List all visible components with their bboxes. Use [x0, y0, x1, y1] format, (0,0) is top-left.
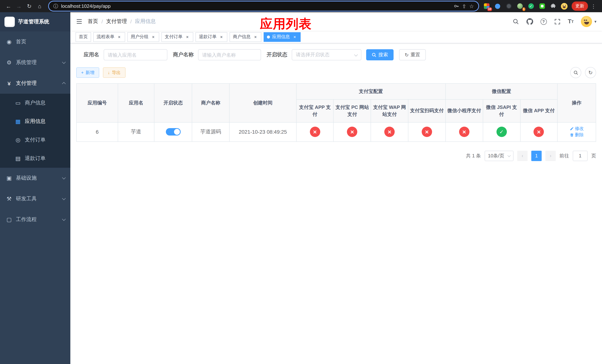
export-button[interactable]: ↓ 导出: [103, 67, 126, 78]
infrastructure-icon: ▣: [6, 175, 12, 182]
fullscreen-icon[interactable]: [554, 18, 560, 25]
sidebar-item-pay-orders[interactable]: ◎ 支付订单: [0, 131, 70, 149]
next-page-button[interactable]: ›: [545, 150, 556, 161]
col-group-wechat: 微信配置: [446, 84, 558, 99]
edit-link[interactable]: 修改: [570, 126, 584, 132]
extension-check-icon[interactable]: [527, 2, 535, 10]
status-select[interactable]: 请选择开启状态: [292, 49, 361, 60]
share-icon[interactable]: ⇧: [462, 3, 466, 9]
sidebar-item-label: 应用信息: [25, 118, 45, 125]
pagination: 共 1 条 10条/页 ‹ 1 › 前往 页: [76, 150, 596, 161]
app-name-filter: 应用名: [84, 49, 167, 60]
extension-avatar-icon[interactable]: 1: [516, 2, 524, 10]
toggle-search-button[interactable]: [570, 67, 581, 78]
tab-pay-orders[interactable]: 支付订单×: [161, 32, 193, 42]
tab-refund-orders[interactable]: 退款订单×: [195, 32, 227, 42]
help-icon[interactable]: ?: [540, 18, 547, 25]
sidebar-item-infrastructure[interactable]: ▣ 基础设施: [0, 168, 70, 189]
delete-link[interactable]: 删除: [570, 132, 584, 138]
browser-forward-icon[interactable]: →: [14, 1, 24, 11]
delete-link-label: 删除: [575, 132, 584, 138]
bookmark-star-icon[interactable]: ☆: [469, 3, 474, 9]
breadcrumb-home[interactable]: 首页: [88, 18, 98, 25]
browser-home-icon[interactable]: ⌂: [35, 1, 44, 11]
app-table: 应用编号 应用名 开启状态 商户名称 创建时间 支付宝配置 微信配置 操作 支付…: [76, 83, 596, 142]
extension-square-icon[interactable]: [538, 2, 546, 10]
user-avatar-menu[interactable]: ▾: [581, 16, 596, 27]
status-circle-icon: [310, 127, 320, 137]
status-circle-icon: [422, 127, 432, 137]
cell-alipay-pc: [333, 122, 371, 141]
sidebar-item-home[interactable]: ◉ 首页: [0, 32, 70, 52]
col-merchant-name: 商户名称: [192, 84, 229, 122]
app-name-input[interactable]: [104, 49, 167, 60]
close-icon[interactable]: ×: [117, 34, 122, 39]
tab-home[interactable]: 首页×: [75, 32, 91, 42]
tab-user-group[interactable]: 用户分组×: [127, 32, 159, 42]
breadcrumb: 首页 / 支付管理 / 应用信息: [88, 18, 156, 25]
download-icon: ↓: [108, 70, 110, 75]
sidebar: 芋道管理系统 ◉ 首页 ⚙ 系统管理 ¥ 支付管理 ▭ 商户信息: [0, 12, 70, 364]
extension-drop-icon[interactable]: [494, 2, 501, 10]
font-size-glyph-small: T: [571, 20, 574, 23]
hamburger-icon[interactable]: [76, 18, 83, 25]
sidebar-item-system[interactable]: ⚙ 系统管理: [0, 52, 70, 73]
browser-reload-icon[interactable]: ↻: [24, 1, 34, 11]
sidebar-item-dev-tools[interactable]: ⚒ 研发工具: [0, 189, 70, 209]
site-info-icon[interactable]: ⓘ: [53, 3, 58, 10]
address-bar[interactable]: ⓘ localhost:1024/pay/app ⇧ ☆: [49, 1, 478, 11]
prev-page-button[interactable]: ‹: [517, 150, 527, 161]
tags-view-bar: 首页× 流程表单× 用户分组× 支付订单× 退款订单× 商户信息× 应用信息×: [70, 31, 602, 43]
reset-button[interactable]: ↻ 重置: [399, 49, 426, 60]
tab-app-info[interactable]: 应用信息×: [264, 32, 301, 42]
close-icon[interactable]: ×: [151, 34, 156, 39]
browser-back-icon[interactable]: ←: [4, 1, 13, 11]
browser-update-button[interactable]: 更新: [572, 1, 588, 11]
cell-alipay-app: [296, 122, 333, 141]
chevron-down-icon: [62, 176, 66, 179]
sidebar-item-refund-orders[interactable]: ▤ 退款订单: [0, 149, 70, 168]
plus-icon: +: [81, 70, 84, 75]
sidebar-item-payment[interactable]: ¥ 支付管理: [0, 73, 70, 94]
browser-profile-avatar[interactable]: [560, 2, 568, 10]
search-icon[interactable]: [513, 18, 519, 25]
tab-label: 首页: [79, 34, 88, 40]
password-key-icon[interactable]: [453, 3, 459, 9]
sidebar-item-label: 支付管理: [16, 80, 37, 87]
search-button[interactable]: 搜索: [366, 49, 394, 60]
extension-grid-icon[interactable]: 10: [483, 2, 490, 10]
add-button[interactable]: + 新增: [76, 67, 99, 78]
close-icon[interactable]: ×: [292, 34, 297, 39]
sidebar-item-workflow[interactable]: ▢ 工作流程: [0, 209, 70, 230]
col-actions: 操作: [558, 84, 596, 122]
font-size-icon[interactable]: TT: [568, 18, 574, 25]
extension-dark-icon[interactable]: [505, 2, 512, 10]
sidebar-item-app-info[interactable]: ▦ 应用信息: [0, 112, 70, 131]
close-icon[interactable]: ×: [253, 34, 258, 39]
close-icon[interactable]: ×: [219, 34, 224, 39]
status-circle-icon: [384, 127, 395, 137]
extensions-puzzle-icon[interactable]: [549, 2, 557, 10]
refresh-table-button[interactable]: ↻: [585, 67, 596, 78]
sidebar-item-label: 基础设施: [16, 175, 37, 182]
close-icon[interactable]: ×: [185, 34, 190, 39]
tab-label: 支付订单: [165, 34, 183, 40]
sidebar-item-merchant-info[interactable]: ▭ 商户信息: [0, 94, 70, 112]
tab-label: 商户信息: [233, 34, 251, 40]
github-icon[interactable]: [526, 18, 533, 25]
browser-menu-icon[interactable]: ⋮: [589, 3, 598, 9]
goto-page-input[interactable]: [573, 150, 588, 161]
sidebar-header[interactable]: 芋道管理系统: [0, 12, 70, 32]
refund-icon: ▤: [15, 155, 21, 162]
cell-merchant-name: 芋道源码: [192, 122, 229, 141]
breadcrumb-payment[interactable]: 支付管理: [106, 18, 127, 25]
page-size-select[interactable]: 10条/页: [485, 150, 514, 161]
page-number-button[interactable]: 1: [531, 150, 542, 161]
merchant-name-input[interactable]: [198, 49, 261, 60]
tab-merchant-info[interactable]: 商户信息×: [230, 32, 261, 42]
check-glyph: [528, 3, 534, 9]
status-toggle[interactable]: [166, 128, 181, 136]
tab-process-form[interactable]: 流程表单×: [93, 32, 125, 42]
page-content: 应用名 商户名称 开启状态 请选择开启状态: [70, 43, 602, 364]
breadcrumb-current: 应用信息: [135, 18, 156, 25]
